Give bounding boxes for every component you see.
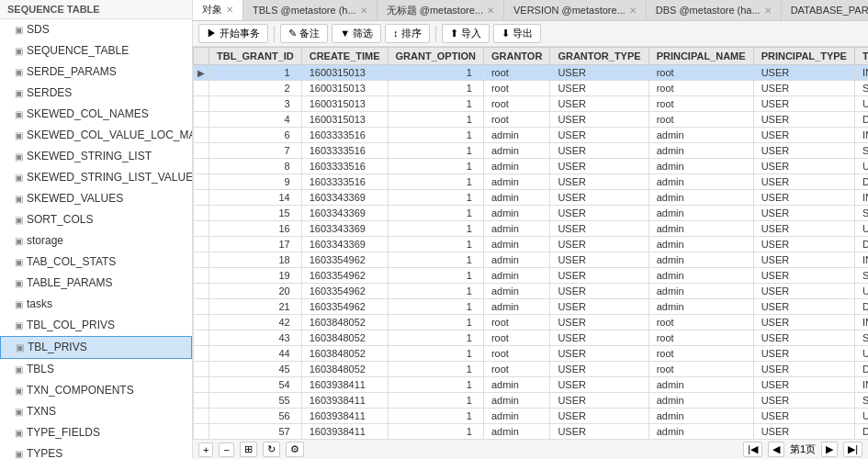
table-row[interactable]: 616033335161adminUSERadminUSERINSERT1044… (194, 128, 869, 143)
cell-grant_option[interactable]: 1 (388, 143, 483, 159)
cell-grantor_type[interactable]: USER (550, 424, 648, 440)
cell-grantor_type[interactable]: USER (550, 206, 648, 221)
cell-tbl_priv[interactable]: UPDATE (854, 221, 868, 237)
cell-tbl_priv[interactable]: INSERT (854, 190, 868, 206)
cell-tbl_priv[interactable]: SELECT (854, 81, 868, 96)
cell-create_time[interactable]: 1600315013 (301, 96, 388, 112)
cell-principal_type[interactable]: USER (753, 424, 854, 440)
cell-grantor_type[interactable]: USER (550, 362, 648, 377)
table-row[interactable]: 4216038480521rootUSERrootUSERINSERT12151 (194, 315, 869, 330)
cell-tbl_grant_id[interactable]: 17 (209, 237, 302, 252)
table-row[interactable]: 1416033433691adminUSERadminUSERINSERT104… (194, 190, 869, 206)
cell-grantor[interactable]: admin (483, 424, 549, 440)
table-row[interactable]: 916033335161adminUSERadminUSERDELETE1044… (194, 174, 869, 190)
refresh-button[interactable]: ↻ (263, 442, 280, 457)
cell-grant_option[interactable]: 1 (388, 284, 483, 299)
cell-grant_option[interactable]: 1 (388, 174, 483, 190)
cell-principal_type[interactable]: USER (753, 346, 854, 362)
first-page-button[interactable]: |◀ (743, 442, 762, 457)
cell-create_time[interactable]: 1603343369 (301, 206, 388, 221)
cell-tbl_grant_id[interactable]: 4 (209, 112, 302, 128)
sidebar-item-storage[interactable]: ▣storage (0, 230, 192, 252)
cell-grantor_type[interactable]: USER (550, 221, 648, 237)
tab-close-icon[interactable]: ✕ (764, 6, 772, 16)
cell-grantor[interactable]: admin (483, 190, 549, 206)
sidebar-item-skewed_col_value_loc_map[interactable]: ▣SKEWED_COL_VALUE_LOC_MAP (0, 125, 192, 146)
cell-tbl_grant_id[interactable]: 15 (209, 206, 302, 221)
sidebar-item-tab_col_stats[interactable]: ▣TAB_COL_STATS (0, 252, 192, 273)
cell-principal_type[interactable]: USER (753, 96, 854, 112)
cell-principal_name[interactable]: admin (648, 268, 753, 284)
column-header-grantor[interactable]: GRANTOR (483, 48, 549, 65)
sidebar-item-sequence_table[interactable]: ▣SEQUENCE_TABLE (0, 40, 192, 62)
column-header-grantor_type[interactable]: GRANTOR_TYPE (550, 48, 648, 65)
cell-grant_option[interactable]: 1 (388, 112, 483, 128)
column-header-grant_option[interactable]: GRANT_OPTION (388, 48, 483, 65)
cell-tbl_grant_id[interactable]: 9 (209, 174, 302, 190)
cell-tbl_priv[interactable]: DELETE (854, 362, 868, 377)
cell-principal_name[interactable]: root (648, 96, 753, 112)
cell-principal_type[interactable]: USER (753, 330, 854, 346)
cell-tbl_priv[interactable]: INSERT (854, 128, 868, 143)
cell-grant_option[interactable]: 1 (388, 96, 483, 112)
column-header-tbl_grant_id[interactable]: TBL_GRANT_ID (209, 48, 302, 65)
sidebar-item-tbls[interactable]: ▣TBLS (0, 359, 192, 380)
tab-__[interactable]: 对象✕ (193, 0, 243, 20)
cell-create_time[interactable]: 1603938411 (301, 377, 388, 393)
table-row[interactable]: 1616033433691adminUSERadminUSERUPDATE104… (194, 221, 869, 237)
sidebar-item-skewed_col_names[interactable]: ▣SKEWED_COL_NAMES (0, 104, 192, 125)
cell-principal_type[interactable]: USER (753, 299, 854, 315)
sidebar-item-skewed_values[interactable]: ▣SKEWED_VALUES (0, 188, 192, 209)
settings-button[interactable]: ⚙ (286, 442, 304, 457)
cell-tbl_priv[interactable]: SELECT (854, 393, 868, 409)
cell-create_time[interactable]: 1603938411 (301, 424, 388, 440)
cell-principal_type[interactable]: USER (753, 81, 854, 96)
tab-tbls__metastore__h___[interactable]: TBLS @metastore (h...✕ (243, 0, 378, 20)
cell-grant_option[interactable]: 1 (388, 424, 483, 440)
cell-principal_type[interactable]: USER (753, 65, 854, 81)
cell-grant_option[interactable]: 1 (388, 299, 483, 315)
add-row-button[interactable]: + (198, 442, 213, 457)
cell-tbl_grant_id[interactable]: 21 (209, 299, 302, 315)
cell-principal_type[interactable]: USER (753, 206, 854, 221)
sidebar-item-type_fields[interactable]: ▣TYPE_FIELDS (0, 422, 192, 443)
table-row[interactable]: 5716039384111adminUSERadminUSERDELETE124… (194, 424, 869, 440)
table-row[interactable]: 2016033549621adminUSERadminUSERUPDATE105… (194, 284, 869, 299)
tab-database_params____[interactable]: DATABASE_PARAMS ...✕ (782, 0, 868, 20)
table-row[interactable]: ▶116003150131rootUSERrootUSERINSERT4331 (194, 65, 869, 81)
cell-grant_option[interactable]: 1 (388, 190, 483, 206)
tab-version__metastore___[interactable]: VERSION @metastore...✕ (504, 0, 647, 20)
cell-grantor_type[interactable]: USER (550, 112, 648, 128)
cell-grant_option[interactable]: 1 (388, 65, 483, 81)
cell-grant_option[interactable]: 1 (388, 221, 483, 237)
filter-button[interactable]: ▼ 筛选 (332, 24, 381, 43)
table-row[interactable]: 5516039384111adminUSERadminUSERSELECT124… (194, 393, 869, 409)
cell-tbl_grant_id[interactable]: 14 (209, 190, 302, 206)
next-page-button[interactable]: ▶ (821, 442, 838, 457)
cell-create_time[interactable]: 1603354962 (301, 299, 388, 315)
cell-create_time[interactable]: 1600315013 (301, 112, 388, 128)
cell-principal_name[interactable]: admin (648, 393, 753, 409)
sidebar-item-table_params[interactable]: ▣TABLE_PARAMS (0, 273, 192, 294)
cell-grantor_type[interactable]: USER (550, 143, 648, 159)
cell-create_time[interactable]: 1603333516 (301, 143, 388, 159)
cell-principal_name[interactable]: admin (648, 252, 753, 268)
cell-grantor[interactable]: root (483, 96, 549, 112)
cell-tbl_priv[interactable]: INSERT (854, 252, 868, 268)
cell-tbl_grant_id[interactable]: 42 (209, 315, 302, 330)
cell-create_time[interactable]: 1600315013 (301, 81, 388, 96)
last-page-button[interactable]: ▶| (843, 442, 862, 457)
cell-grantor_type[interactable]: USER (550, 159, 648, 174)
cell-tbl_grant_id[interactable]: 6 (209, 128, 302, 143)
cell-principal_name[interactable]: root (648, 330, 753, 346)
cell-grantor[interactable]: root (483, 112, 549, 128)
tab-close-icon[interactable]: ✕ (360, 6, 367, 16)
cell-grantor[interactable]: root (483, 81, 549, 96)
cell-grant_option[interactable]: 1 (388, 159, 483, 174)
cell-grantor[interactable]: admin (483, 409, 549, 424)
cell-create_time[interactable]: 1603343369 (301, 221, 388, 237)
cell-tbl_grant_id[interactable]: 18 (209, 252, 302, 268)
cell-grantor_type[interactable]: USER (550, 96, 648, 112)
cell-grantor[interactable]: admin (483, 284, 549, 299)
cell-tbl_grant_id[interactable]: 7 (209, 143, 302, 159)
